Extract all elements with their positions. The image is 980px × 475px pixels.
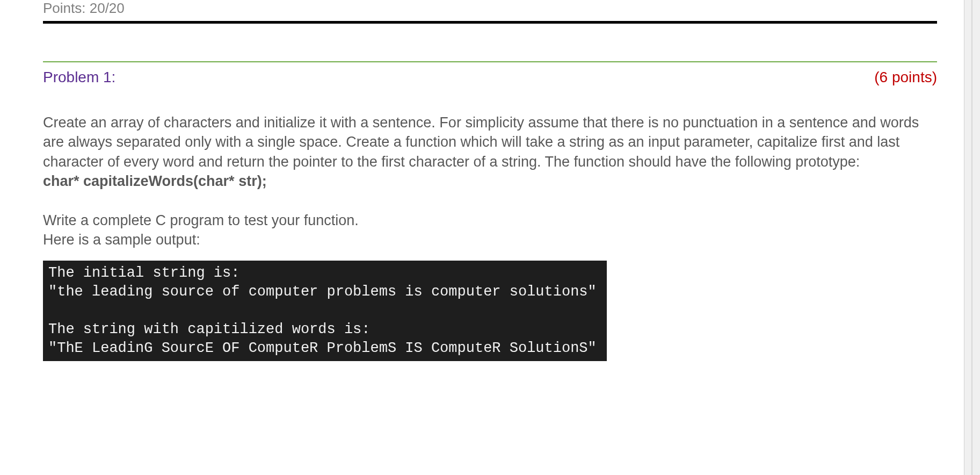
scrollbar-track[interactable] <box>964 0 980 383</box>
section-divider-thick <box>43 21 937 24</box>
points-header: Points: 20/20 <box>43 0 937 17</box>
problem-description-1: Create an array of characters and initia… <box>43 113 937 171</box>
problem-points: (6 points) <box>874 69 937 86</box>
function-prototype: char* capitalizeWords(char* str); <box>43 171 937 191</box>
terminal-output: The initial string is: "the leading sour… <box>43 261 607 361</box>
section-divider-green <box>43 61 937 62</box>
problem-description-2: Write a complete C program to test your … <box>43 211 937 230</box>
problem-title: Problem 1: <box>43 69 115 86</box>
problem-header-row: Problem 1: (6 points) <box>43 69 937 86</box>
problem-body: Create an array of characters and initia… <box>43 113 937 361</box>
problem-description-3: Here is a sample output: <box>43 230 937 249</box>
document-page: Points: 20/20 Problem 1: (6 points) Crea… <box>0 0 980 383</box>
scrollbar-edge <box>971 0 972 383</box>
